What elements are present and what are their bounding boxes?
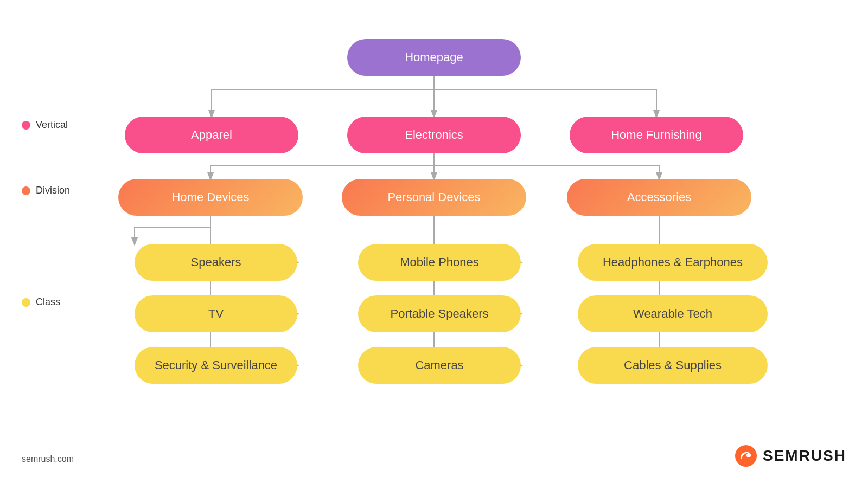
diagram: Homepage Apparel Electronics Home Furnis… bbox=[0, 0, 868, 477]
node-homepage: Homepage bbox=[347, 39, 521, 76]
svg-point-3 bbox=[735, 445, 757, 467]
footer-brand: SEMRUSH bbox=[735, 444, 846, 467]
node-headphones: Headphones & Earphones bbox=[578, 244, 768, 281]
node-home-furnishing: Home Furnishing bbox=[570, 117, 743, 153]
node-cameras: Cameras bbox=[358, 347, 521, 384]
semrush-wordmark: SEMRUSH bbox=[763, 447, 846, 465]
semrush-icon bbox=[735, 444, 757, 467]
node-home-devices: Home Devices bbox=[118, 179, 303, 216]
node-accessories: Accessories bbox=[567, 179, 751, 216]
semrush-logo: SEMRUSH bbox=[735, 444, 846, 467]
footer-url: semrush.com bbox=[22, 454, 74, 464]
node-wearable: Wearable Tech bbox=[578, 295, 768, 332]
node-speakers: Speakers bbox=[135, 244, 297, 281]
node-apparel: Apparel bbox=[125, 117, 298, 153]
node-portable: Portable Speakers bbox=[358, 295, 521, 332]
node-security: Security & Surveillance bbox=[135, 347, 297, 384]
node-tv: TV bbox=[135, 295, 297, 332]
node-mobile: Mobile Phones bbox=[358, 244, 521, 281]
svg-point-4 bbox=[746, 453, 751, 457]
node-personal-devices: Personal Devices bbox=[342, 179, 526, 216]
node-cables: Cables & Supplies bbox=[578, 347, 768, 384]
node-electronics: Electronics bbox=[347, 117, 521, 153]
